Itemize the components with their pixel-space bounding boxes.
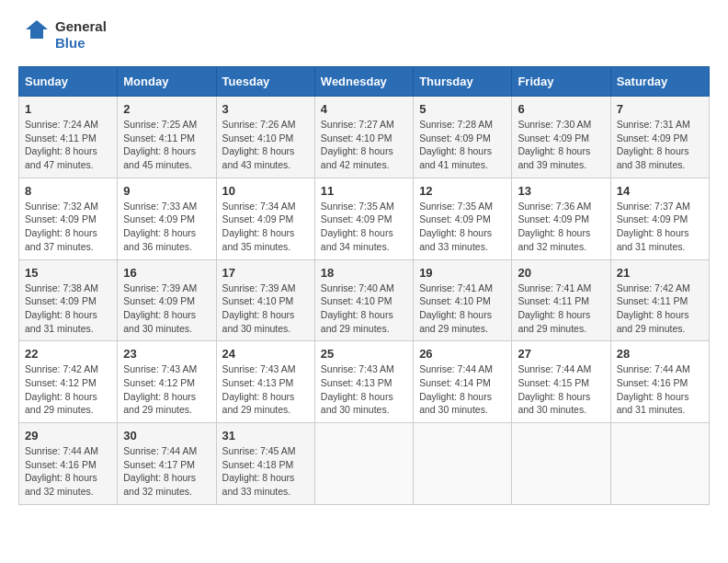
day-detail: Sunrise: 7:44 AMSunset: 4:14 PMDaylight:…: [419, 363, 493, 415]
day-cell: 30 Sunrise: 7:44 AMSunset: 4:17 PMDaylig…: [118, 423, 216, 505]
day-number: 13: [518, 184, 604, 198]
header: General Blue: [18, 18, 710, 52]
day-detail: Sunrise: 7:39 AMSunset: 4:10 PMDaylight:…: [222, 282, 296, 334]
day-number: 31: [222, 429, 309, 442]
day-cell: 17 Sunrise: 7:39 AMSunset: 4:10 PMDaylig…: [216, 259, 314, 341]
day-cell: 9 Sunrise: 7:33 AMSunset: 4:09 PMDayligh…: [118, 178, 216, 259]
day-detail: Sunrise: 7:40 AMSunset: 4:10 PMDaylight:…: [321, 282, 394, 334]
day-cell: [414, 423, 512, 505]
day-cell: 20 Sunrise: 7:41 AMSunset: 4:11 PMDaylig…: [512, 259, 610, 341]
day-cell: 24 Sunrise: 7:43 AMSunset: 4:13 PMDaylig…: [216, 341, 314, 423]
day-cell: 25 Sunrise: 7:43 AMSunset: 4:13 PMDaylig…: [314, 341, 413, 423]
week-row-3: 15 Sunrise: 7:38 AMSunset: 4:09 PMDaylig…: [19, 259, 710, 341]
day-number: 18: [321, 266, 407, 280]
calendar-header: SundayMondayTuesdayWednesdayThursdayFrid…: [19, 67, 710, 97]
day-detail: Sunrise: 7:34 AMSunset: 4:09 PMDaylight:…: [222, 201, 296, 252]
day-cell: 14 Sunrise: 7:37 AMSunset: 4:09 PMDaylig…: [610, 178, 709, 259]
day-number: 25: [321, 347, 407, 361]
day-detail: Sunrise: 7:25 AMSunset: 4:11 PMDaylight:…: [123, 119, 197, 170]
day-number: 20: [518, 266, 604, 280]
day-number: 24: [222, 347, 309, 361]
day-detail: Sunrise: 7:41 AMSunset: 4:10 PMDaylight:…: [419, 282, 493, 334]
day-detail: Sunrise: 7:45 AMSunset: 4:18 PMDaylight:…: [222, 445, 296, 497]
day-number: 8: [25, 184, 111, 198]
day-detail: Sunrise: 7:28 AMSunset: 4:09 PMDaylight:…: [419, 119, 493, 170]
day-cell: 6 Sunrise: 7:30 AMSunset: 4:09 PMDayligh…: [512, 97, 610, 178]
day-number: 28: [617, 347, 703, 361]
svg-marker-0: [26, 20, 48, 39]
day-number: 7: [617, 102, 703, 116]
day-number: 5: [419, 102, 506, 116]
day-cell: 31 Sunrise: 7:45 AMSunset: 4:18 PMDaylig…: [216, 423, 314, 505]
logo-svg: [18, 18, 51, 52]
day-number: 22: [25, 347, 111, 361]
day-cell: 18 Sunrise: 7:40 AMSunset: 4:10 PMDaylig…: [314, 259, 413, 341]
day-cell: [610, 423, 709, 505]
header-cell-saturday: Saturday: [610, 67, 709, 97]
day-detail: Sunrise: 7:30 AMSunset: 4:09 PMDaylight:…: [518, 119, 591, 170]
day-detail: Sunrise: 7:33 AMSunset: 4:09 PMDaylight:…: [123, 201, 197, 252]
day-cell: 7 Sunrise: 7:31 AMSunset: 4:09 PMDayligh…: [610, 97, 709, 178]
day-detail: Sunrise: 7:44 AMSunset: 4:15 PMDaylight:…: [518, 363, 591, 415]
day-cell: 27 Sunrise: 7:44 AMSunset: 4:15 PMDaylig…: [512, 341, 610, 423]
day-detail: Sunrise: 7:43 AMSunset: 4:13 PMDaylight:…: [321, 363, 394, 415]
logo-text-general: General: [55, 18, 107, 35]
day-cell: 15 Sunrise: 7:38 AMSunset: 4:09 PMDaylig…: [19, 259, 118, 341]
header-cell-tuesday: Tuesday: [216, 67, 314, 97]
day-detail: Sunrise: 7:27 AMSunset: 4:10 PMDaylight:…: [321, 119, 394, 170]
day-number: 14: [617, 184, 703, 198]
day-detail: Sunrise: 7:38 AMSunset: 4:09 PMDaylight:…: [25, 282, 98, 334]
day-detail: Sunrise: 7:43 AMSunset: 4:12 PMDaylight:…: [123, 363, 197, 415]
day-number: 29: [25, 429, 111, 442]
day-number: 19: [419, 266, 506, 280]
day-cell: 22 Sunrise: 7:42 AMSunset: 4:12 PMDaylig…: [19, 341, 118, 423]
day-cell: 2 Sunrise: 7:25 AMSunset: 4:11 PMDayligh…: [118, 97, 216, 178]
day-detail: Sunrise: 7:42 AMSunset: 4:12 PMDaylight:…: [25, 363, 98, 415]
week-row-2: 8 Sunrise: 7:32 AMSunset: 4:09 PMDayligh…: [19, 178, 710, 259]
day-detail: Sunrise: 7:42 AMSunset: 4:11 PMDaylight:…: [617, 282, 690, 334]
day-number: 17: [222, 266, 309, 280]
day-detail: Sunrise: 7:44 AMSunset: 4:17 PMDaylight:…: [123, 445, 197, 497]
day-cell: 5 Sunrise: 7:28 AMSunset: 4:09 PMDayligh…: [414, 97, 512, 178]
day-cell: 29 Sunrise: 7:44 AMSunset: 4:16 PMDaylig…: [19, 423, 118, 505]
day-detail: Sunrise: 7:31 AMSunset: 4:09 PMDaylight:…: [617, 119, 690, 170]
day-detail: Sunrise: 7:41 AMSunset: 4:11 PMDaylight:…: [518, 282, 591, 334]
header-row: SundayMondayTuesdayWednesdayThursdayFrid…: [19, 67, 710, 97]
header-cell-monday: Monday: [118, 67, 216, 97]
day-number: 1: [25, 102, 111, 116]
day-detail: Sunrise: 7:43 AMSunset: 4:13 PMDaylight:…: [222, 363, 296, 415]
logo: General Blue: [18, 18, 107, 52]
day-number: 21: [617, 266, 703, 280]
day-number: 27: [518, 347, 604, 361]
day-cell: [314, 423, 413, 505]
day-number: 16: [123, 266, 210, 280]
day-detail: Sunrise: 7:26 AMSunset: 4:10 PMDaylight:…: [222, 119, 296, 170]
day-cell: 19 Sunrise: 7:41 AMSunset: 4:10 PMDaylig…: [414, 259, 512, 341]
week-row-1: 1 Sunrise: 7:24 AMSunset: 4:11 PMDayligh…: [19, 97, 710, 178]
day-number: 3: [222, 102, 309, 116]
day-cell: 1 Sunrise: 7:24 AMSunset: 4:11 PMDayligh…: [19, 97, 118, 178]
header-cell-friday: Friday: [512, 67, 610, 97]
day-cell: 28 Sunrise: 7:44 AMSunset: 4:16 PMDaylig…: [610, 341, 709, 423]
day-number: 15: [25, 266, 111, 280]
day-number: 2: [123, 102, 210, 116]
day-cell: 11 Sunrise: 7:35 AMSunset: 4:09 PMDaylig…: [314, 178, 413, 259]
day-cell: 10 Sunrise: 7:34 AMSunset: 4:09 PMDaylig…: [216, 178, 314, 259]
day-cell: 8 Sunrise: 7:32 AMSunset: 4:09 PMDayligh…: [19, 178, 118, 259]
day-cell: 4 Sunrise: 7:27 AMSunset: 4:10 PMDayligh…: [314, 97, 413, 178]
day-detail: Sunrise: 7:24 AMSunset: 4:11 PMDaylight:…: [25, 119, 98, 170]
day-detail: Sunrise: 7:35 AMSunset: 4:09 PMDaylight:…: [321, 201, 394, 252]
day-detail: Sunrise: 7:36 AMSunset: 4:09 PMDaylight:…: [518, 201, 591, 252]
week-row-5: 29 Sunrise: 7:44 AMSunset: 4:16 PMDaylig…: [19, 423, 710, 505]
day-detail: Sunrise: 7:44 AMSunset: 4:16 PMDaylight:…: [617, 363, 690, 415]
day-number: 11: [321, 184, 407, 198]
day-number: 4: [321, 102, 407, 116]
day-number: 26: [419, 347, 506, 361]
week-row-4: 22 Sunrise: 7:42 AMSunset: 4:12 PMDaylig…: [19, 341, 710, 423]
day-detail: Sunrise: 7:44 AMSunset: 4:16 PMDaylight:…: [25, 445, 98, 497]
day-cell: [512, 423, 610, 505]
day-detail: Sunrise: 7:32 AMSunset: 4:09 PMDaylight:…: [25, 201, 98, 252]
day-number: 6: [518, 102, 604, 116]
day-cell: 13 Sunrise: 7:36 AMSunset: 4:09 PMDaylig…: [512, 178, 610, 259]
day-number: 10: [222, 184, 309, 198]
